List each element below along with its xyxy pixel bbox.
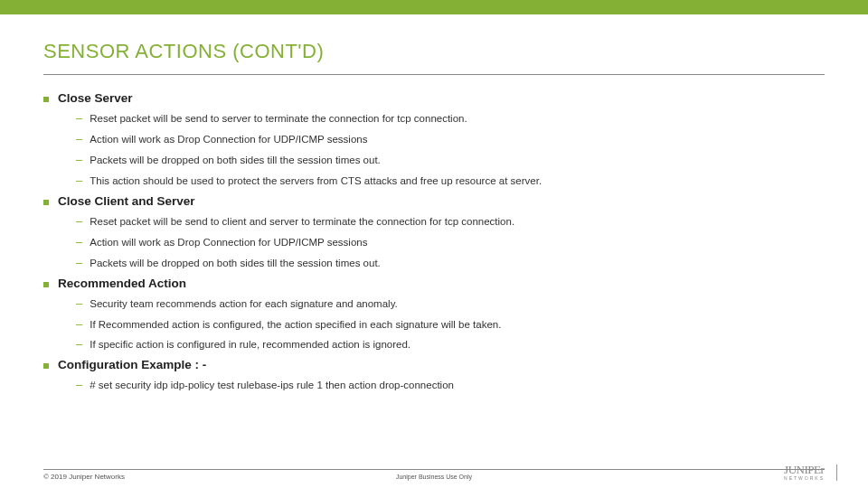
list-item-text: Packets will be dropped on both sides ti… [90, 257, 381, 270]
section: Close Server–Reset packet will be send t… [43, 91, 825, 188]
list-item-text: Reset packet will be send to client and … [90, 215, 514, 229]
copyright-text: © 2019 Juniper Networks [43, 473, 125, 481]
list-item: –Packets will be dropped on both sides t… [76, 153, 825, 167]
list-item: –Action will work as Drop Connection for… [76, 132, 825, 146]
section-items: –Reset packet will be send to server to … [43, 111, 825, 188]
section: Configuration Example : -–# set security… [43, 358, 825, 392]
list-item-text: This action should be used to protect th… [90, 174, 542, 188]
list-item: –If Recommended action is configured, th… [76, 317, 825, 332]
top-accent-bar [0, 0, 868, 14]
dash-bullet-icon: – [76, 378, 82, 391]
dash-bullet-icon: – [76, 153, 82, 166]
list-item: –# set security idp idp-policy test rule… [76, 378, 825, 392]
list-item-text: If Recommended action is configured, the… [90, 318, 501, 332]
list-item-text: Action will work as Drop Connection for … [90, 133, 367, 146]
square-bullet-icon [43, 282, 49, 287]
section-items: –Reset packet will be send to client and… [43, 214, 825, 270]
list-item-text: Reset packet will be send to server to t… [90, 112, 467, 126]
dash-bullet-icon: – [76, 256, 82, 269]
section-heading-row: Close Server [43, 91, 825, 105]
dash-bullet-icon: – [76, 132, 82, 145]
dash-bullet-icon: – [76, 235, 82, 249]
list-item: –Reset packet will be send to server to … [76, 111, 825, 126]
slide-body: SENSOR ACTIONS (CONT'D) Close Server–Res… [0, 14, 868, 392]
page-title: SENSOR ACTIONS (CONT'D) [43, 40, 825, 63]
square-bullet-icon [43, 97, 49, 102]
juniper-logo: JUNIPEr NETWORKS [784, 463, 825, 481]
section: Close Client and Server–Reset packet wil… [43, 194, 825, 270]
list-item-text: # set security idp idp-policy test ruleb… [90, 379, 454, 392]
list-item: –If specific action is configured in rul… [76, 337, 825, 352]
list-item-text: Security team recommends action for each… [90, 297, 398, 311]
section-heading: Recommended Action [58, 277, 186, 290]
section-heading-row: Recommended Action [43, 277, 825, 290]
list-item: –Security team recommends action for eac… [76, 296, 825, 311]
section-items: –# set security idp idp-policy test rule… [43, 378, 825, 392]
dash-bullet-icon: – [76, 337, 82, 351]
section-heading: Close Server [58, 91, 133, 105]
title-divider [43, 74, 825, 75]
section-heading-row: Configuration Example : - [43, 358, 825, 371]
square-bullet-icon [43, 363, 49, 369]
list-item: –Reset packet will be send to client and… [76, 214, 825, 229]
section-heading-row: Close Client and Server [43, 194, 825, 208]
logo-subtext: NETWORKS [784, 475, 825, 481]
list-item-text: If specific action is configured in rule… [90, 338, 410, 352]
footer: © 2019 Juniper Networks Juniper Business… [43, 469, 825, 481]
list-item: –Packets will be dropped on both sides t… [76, 256, 825, 270]
list-item-text: Action will work as Drop Connection for … [90, 236, 367, 249]
dash-bullet-icon: – [76, 317, 82, 331]
dash-bullet-icon: – [76, 111, 82, 125]
dash-bullet-icon: – [76, 174, 82, 187]
section-items: –Security team recommends action for eac… [43, 296, 825, 352]
footer-center-text: Juniper Business Use Only [396, 474, 472, 480]
list-item: –This action should be used to protect t… [76, 174, 825, 188]
section: Recommended Action–Security team recomme… [43, 277, 825, 352]
content-sections: Close Server–Reset packet will be send t… [43, 91, 825, 392]
logo-accent-line [836, 465, 837, 481]
list-item-text: Packets will be dropped on both sides ti… [90, 154, 381, 167]
section-heading: Close Client and Server [58, 194, 195, 208]
list-item: –Action will work as Drop Connection for… [76, 235, 825, 249]
square-bullet-icon [43, 200, 49, 205]
section-heading: Configuration Example : - [58, 358, 206, 371]
dash-bullet-icon: – [76, 296, 82, 310]
dash-bullet-icon: – [76, 214, 82, 228]
